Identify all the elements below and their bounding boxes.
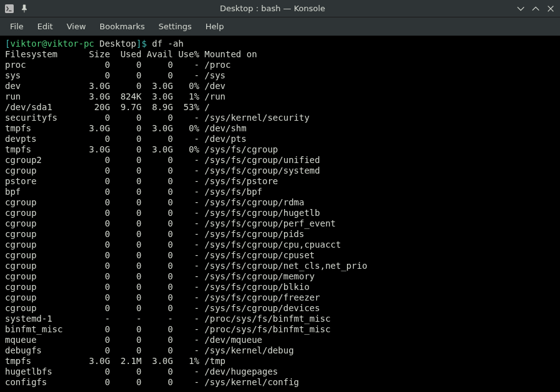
titlebar: Desktop : bash — Konsole [0, 0, 560, 17]
output-header: Filesystem Size Used Avail Use% Mounted … [5, 49, 257, 59]
window-title: Desktop : bash — Konsole [29, 4, 516, 13]
terminal-output[interactable]: [viktor@viktor-pc Desktop]$ df -ah Files… [0, 36, 560, 392]
menu-file[interactable]: File [4, 19, 30, 34]
menu-bookmarks[interactable]: Bookmarks [93, 19, 151, 34]
output-rows: proc 0 0 0 - /proc sys 0 0 0 - /sys dev … [5, 60, 555, 388]
app-icon [5, 4, 14, 13]
pin-icon[interactable] [20, 4, 29, 13]
scrollbar[interactable] [556, 36, 558, 390]
menu-help[interactable]: Help [199, 19, 230, 34]
prompt-bracket-close: ]$ [136, 39, 147, 49]
prompt-user-host: viktor@viktor-pc [10, 39, 94, 49]
svg-rect-0 [5, 4, 14, 13]
menu-edit[interactable]: Edit [31, 19, 59, 34]
menu-settings[interactable]: Settings [152, 19, 197, 34]
close-icon[interactable] [546, 4, 555, 13]
minimize-icon[interactable] [516, 4, 525, 13]
prompt-cwd: Desktop [94, 39, 136, 49]
menubar: File Edit View Bookmarks Settings Help [0, 17, 560, 36]
maximize-icon[interactable] [531, 4, 540, 13]
menu-view[interactable]: View [60, 19, 92, 34]
prompt-command: df -ah [147, 39, 184, 49]
